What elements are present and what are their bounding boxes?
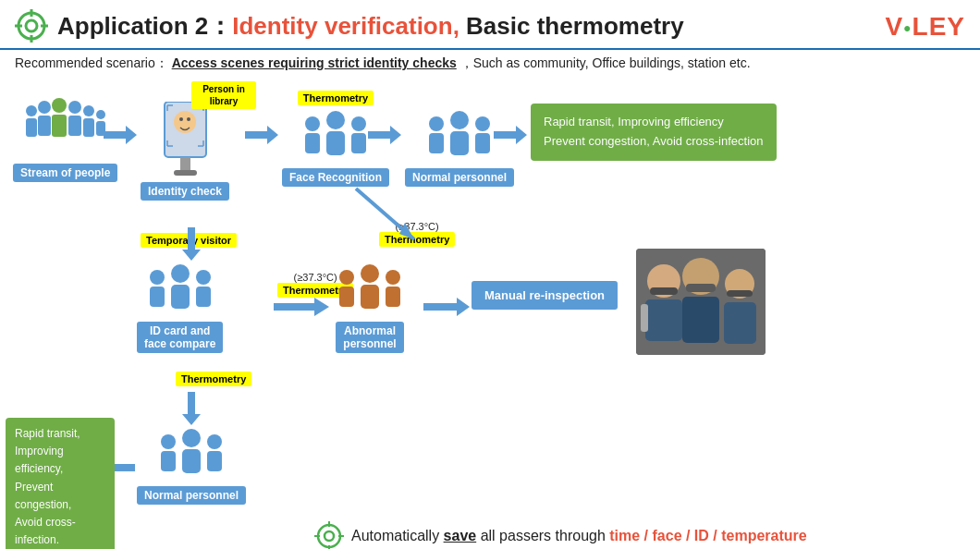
abnormal-personnel-label: Abnormalpersonnel <box>336 322 403 353</box>
svg-point-14 <box>83 105 94 116</box>
svg-rect-15 <box>83 118 94 137</box>
svg-point-12 <box>68 101 81 114</box>
svg-marker-47 <box>494 126 527 144</box>
svg-point-84 <box>318 525 340 547</box>
normal-people-bottom-icon <box>154 427 228 486</box>
svg-point-34 <box>305 116 320 131</box>
svg-point-21 <box>179 117 183 121</box>
identity-check-label: Identity check <box>141 182 229 201</box>
svg-rect-37 <box>326 131 345 155</box>
svg-rect-42 <box>429 133 444 153</box>
svg-point-0 <box>18 13 44 39</box>
svg-point-58 <box>339 270 354 285</box>
svg-rect-78 <box>161 451 176 471</box>
svg-rect-13 <box>68 116 81 136</box>
down-arrow-icon-1 <box>180 227 202 261</box>
logo: V●LEY <box>885 10 965 42</box>
normal-personnel-icon <box>423 109 496 168</box>
svg-rect-9 <box>38 116 51 136</box>
svg-point-16 <box>96 110 105 119</box>
svg-rect-7 <box>26 118 37 137</box>
identity-check-group: Person inlibrary Identity check <box>141 85 229 201</box>
svg-rect-61 <box>361 285 379 309</box>
bottom-auto-save: Automatically save all passers through t… <box>314 521 807 549</box>
svg-point-43 <box>450 111 469 129</box>
svg-rect-68 <box>645 299 682 341</box>
svg-marker-40 <box>368 126 401 144</box>
highlights-text: time / face / ID / temperature <box>609 528 806 543</box>
header: Application 2：Identity verification, Bas… <box>0 0 980 50</box>
svg-rect-70 <box>686 284 716 292</box>
svg-point-8 <box>38 101 51 114</box>
svg-point-51 <box>150 270 165 285</box>
manual-reinspection-group: Manual re-inspection <box>472 281 618 310</box>
svg-rect-39 <box>351 133 366 153</box>
green-box-top-text: Rapid transit, Improving efficiencyPreve… <box>531 104 777 161</box>
svg-point-77 <box>161 434 176 449</box>
auto-save-icon <box>314 521 344 549</box>
svg-rect-11 <box>52 115 67 137</box>
svg-rect-32 <box>174 170 197 176</box>
manual-reinspection-label: Manual re-inspection <box>472 281 618 310</box>
svg-point-22 <box>187 117 190 121</box>
svg-rect-46 <box>475 133 490 153</box>
arrow-1 <box>104 124 137 150</box>
svg-rect-54 <box>171 285 190 309</box>
svg-point-60 <box>361 264 379 283</box>
arrow-6 <box>423 296 470 322</box>
save-word: save <box>444 528 477 543</box>
thermometry-3-label: Thermometry <box>176 372 251 386</box>
svg-point-38 <box>351 116 366 131</box>
green-box-bottom-text: Rapid transit,Improving efficiency,Preve… <box>6 418 115 549</box>
masked-people-photo <box>636 249 766 355</box>
id-verify-label: Identity verification, <box>232 12 459 40</box>
arrow-4 <box>494 124 527 150</box>
scenario-highlight: Access scenes requiring strict identity … <box>172 55 457 70</box>
svg-rect-59 <box>339 287 354 307</box>
svg-point-36 <box>326 111 345 129</box>
svg-point-10 <box>52 98 67 113</box>
svg-rect-67 <box>650 287 678 295</box>
app-num-label: Application 2： <box>57 12 232 40</box>
stream-people-icon <box>24 94 107 164</box>
svg-point-62 <box>386 270 400 285</box>
stream-of-people-label: Stream of people <box>13 164 117 182</box>
arrow-3 <box>368 124 401 150</box>
svg-marker-57 <box>274 298 329 316</box>
svg-point-79 <box>182 429 201 447</box>
identity-device-icon <box>160 102 211 180</box>
svg-marker-76 <box>182 392 201 425</box>
normal-personnel-bottom-label: Normal personnel <box>137 486 246 505</box>
svg-rect-82 <box>207 451 222 471</box>
svg-rect-73 <box>727 290 753 297</box>
svg-point-6 <box>26 105 37 116</box>
svg-point-85 <box>325 531 334 541</box>
diag-arrow <box>351 184 425 252</box>
thermometry-3-text: Thermometry <box>176 372 251 386</box>
green-box-bottom-left: Rapid transit,Improving efficiency,Preve… <box>6 418 115 549</box>
id-card-group: ID card andface compare <box>137 262 223 353</box>
svg-marker-33 <box>245 126 278 144</box>
svg-point-1 <box>26 20 37 31</box>
id-card-label: ID card andface compare <box>137 322 223 353</box>
green-box-top: Rapid transit, Improving efficiencyPreve… <box>531 104 777 161</box>
scenario-label: Recommended scenario： <box>15 55 168 70</box>
svg-point-53 <box>171 264 190 283</box>
svg-point-81 <box>207 434 222 449</box>
normal-personnel-bottom-group: Normal personnel <box>137 427 246 505</box>
crosshair-icon <box>15 9 48 43</box>
svg-rect-75 <box>641 304 648 332</box>
svg-marker-64 <box>423 298 470 316</box>
svg-point-41 <box>429 116 444 131</box>
thermometry-1-label: Thermometry <box>298 91 374 105</box>
auto-save-middle: all passers through <box>476 528 609 543</box>
diagonal-arrow-icon <box>351 184 425 249</box>
svg-rect-31 <box>180 157 190 172</box>
down-arrow-icon-2 <box>180 392 202 425</box>
svg-marker-49 <box>399 223 414 239</box>
arrow-5 <box>274 296 329 322</box>
svg-marker-50 <box>182 227 201 261</box>
svg-rect-71 <box>682 297 719 343</box>
person-in-library-label: Person inlibrary <box>191 81 256 109</box>
face-recog-people-icon <box>299 109 373 168</box>
